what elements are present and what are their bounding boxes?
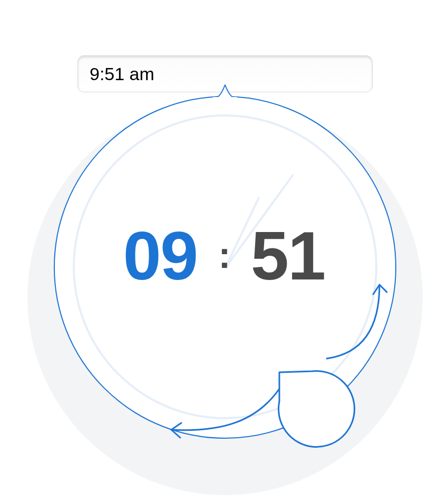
drag-handle-icon <box>269 362 361 453</box>
time-input[interactable] <box>77 55 373 92</box>
time-drag-handle[interactable] <box>269 362 361 453</box>
